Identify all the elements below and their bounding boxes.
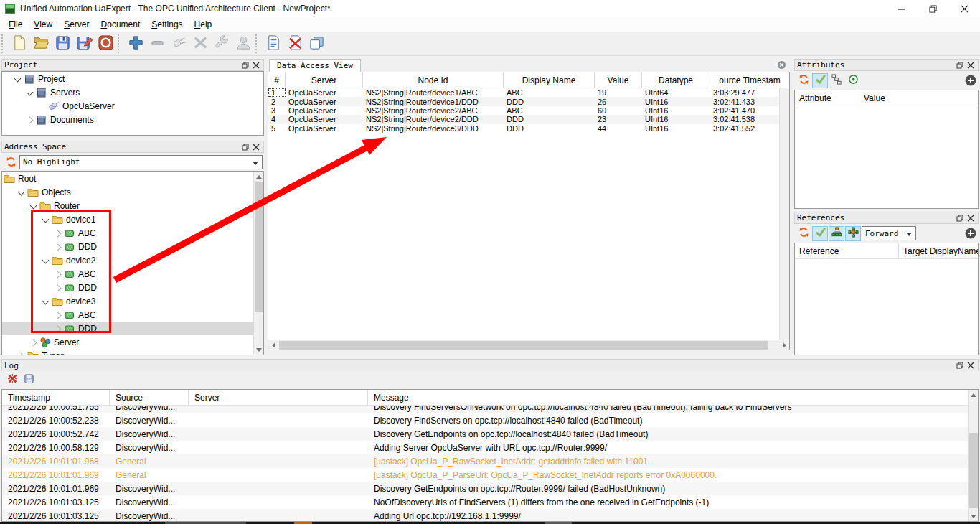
project-item-project[interactable]: Project <box>2 72 263 85</box>
scroll-left-icon[interactable] <box>268 340 278 350</box>
save-project-button[interactable] <box>52 34 73 54</box>
add-window-button[interactable] <box>306 34 327 54</box>
chevron-collapsed-icon[interactable] <box>52 282 64 294</box>
dav-column-header[interactable]: Node Id <box>363 72 504 88</box>
open-project-button[interactable] <box>30 34 52 54</box>
add-attribute-button[interactable] <box>965 228 976 239</box>
project-item-opcuaserver[interactable]: OpcUaServer <box>2 99 263 113</box>
dav-row-4[interactable]: 4OpcUaServerNS2|String|Router/device2/DD… <box>268 115 789 123</box>
dav-row-5[interactable]: 5OpcUaServerNS2|String|Router/device3/DD… <box>268 124 789 133</box>
server-properties-button[interactable] <box>211 34 232 54</box>
address-space-item-ddd[interactable]: DDD <box>2 240 254 253</box>
address-space-item-objects[interactable]: Objects <box>2 185 254 199</box>
dav-column-header[interactable]: Value <box>595 72 642 88</box>
chevron-expanded-icon[interactable] <box>40 255 52 266</box>
address-space-item-ddd[interactable]: DDD <box>2 281 254 294</box>
scroll-up-icon[interactable] <box>969 390 979 400</box>
address-space-item-router[interactable]: Router <box>2 199 254 212</box>
address-space-item-types[interactable]: Types <box>2 349 254 355</box>
add-document-button[interactable] <box>263 34 284 54</box>
dav-horizontal-scrollbar[interactable] <box>268 340 789 350</box>
chevron-expanded-icon[interactable] <box>16 187 27 198</box>
dav-column-header[interactable]: Server <box>286 72 363 88</box>
dav-row-2[interactable]: 2OpcUaServerNS2|String|Router/device1/DD… <box>268 97 789 106</box>
scroll-down-icon[interactable] <box>254 345 264 355</box>
close-panel-icon[interactable] <box>250 60 261 70</box>
close-panel-icon[interactable] <box>965 60 976 70</box>
float-panel-icon[interactable] <box>954 213 965 223</box>
scroll-down-icon[interactable] <box>969 511 979 521</box>
address-space-scrollbar[interactable] <box>253 172 263 355</box>
network-button[interactable] <box>845 226 861 241</box>
menu-file[interactable]: File <box>3 18 28 31</box>
dav-column-header[interactable]: Display Name <box>504 72 595 88</box>
close-panel-icon[interactable] <box>965 213 976 223</box>
dav-vertical-scrollbar[interactable] <box>779 88 789 340</box>
change-user-button[interactable] <box>232 34 254 54</box>
connect-server-button[interactable] <box>168 34 189 54</box>
remove-document-button[interactable] <box>284 34 306 54</box>
dav-column-header[interactable]: ource Timestam <box>710 72 789 88</box>
chevron-expanded-icon[interactable] <box>12 73 24 85</box>
close-panel-icon[interactable] <box>965 360 976 370</box>
clear-log-button[interactable] <box>4 373 20 388</box>
chevron-collapsed-icon[interactable] <box>52 228 64 239</box>
log-column-header[interactable]: Server <box>189 390 368 405</box>
scroll-thumb[interactable] <box>279 341 768 350</box>
scroll-thumb[interactable] <box>969 433 978 508</box>
address-space-item-device2[interactable]: device2 <box>2 253 254 267</box>
column-header[interactable]: Attribute <box>795 90 859 106</box>
highlight-dropdown[interactable]: No Highlight <box>19 155 263 169</box>
dav-row-1[interactable]: 1OpcUaServerNS2|String|Router/device1/AB… <box>268 88 789 97</box>
cascade-button[interactable] <box>829 73 844 88</box>
menu-server[interactable]: Server <box>58 18 95 31</box>
chevron-expanded-icon[interactable] <box>40 214 52 225</box>
direction-dropdown[interactable]: Forward <box>862 226 916 240</box>
menu-help[interactable]: Help <box>189 18 218 31</box>
menu-document[interactable]: Document <box>95 18 146 31</box>
log-row[interactable]: 2021/2/26 10:01:03.125DiscoveryWid...NoO… <box>2 495 968 509</box>
disconnect-server-button[interactable] <box>189 34 211 54</box>
chevron-collapsed-icon[interactable] <box>52 323 64 334</box>
new-document-button[interactable] <box>9 34 30 54</box>
check-button[interactable] <box>812 73 828 88</box>
scroll-up-icon[interactable] <box>254 172 264 182</box>
column-header[interactable]: Value <box>859 90 978 106</box>
dav-column-header[interactable]: Datatype <box>642 72 710 88</box>
save-project-as-button[interactable] <box>73 34 95 54</box>
column-header[interactable]: Target DisplayName <box>899 243 978 258</box>
remove-server-button[interactable] <box>146 34 168 54</box>
dav-row-3[interactable]: 3OpcUaServerNS2|String|Router/device2/AB… <box>268 106 789 115</box>
address-space-item-device3[interactable]: device3 <box>2 294 254 308</box>
float-panel-icon[interactable] <box>954 360 965 370</box>
save-log-button[interactable] <box>21 373 37 388</box>
address-space-item-abc[interactable]: ABC <box>2 267 254 281</box>
chevron-collapsed-icon[interactable] <box>28 337 39 348</box>
chevron-collapsed-icon[interactable] <box>52 268 64 280</box>
chevron-expanded-icon[interactable] <box>40 296 52 307</box>
log-row[interactable]: 2021/2/26 10:00:58.129DiscoveryWid...Add… <box>2 441 968 454</box>
chevron-expanded-icon[interactable] <box>24 87 36 98</box>
quit-button[interactable] <box>95 34 116 54</box>
float-panel-icon[interactable] <box>240 142 250 152</box>
log-row[interactable]: 2021/2/26 10:01:01.969General[uastack] O… <box>2 468 968 482</box>
add-server-button[interactable] <box>125 34 146 54</box>
tab-data-access-view[interactable]: Data Access View <box>269 59 361 72</box>
chevron-collapsed-icon[interactable] <box>52 241 64 253</box>
minimize-button[interactable] <box>885 0 917 17</box>
chevron-collapsed-icon[interactable] <box>24 114 36 126</box>
refresh-button[interactable] <box>796 73 811 88</box>
chevron-collapsed-icon[interactable] <box>16 350 27 356</box>
address-space-item-server[interactable]: Server <box>2 335 254 349</box>
close-panel-icon[interactable] <box>250 142 261 152</box>
scroll-thumb[interactable] <box>255 182 263 312</box>
check-button[interactable] <box>812 226 828 241</box>
log-row[interactable]: 2021/2/26 10:01:01.969DiscoveryWid...Dis… <box>2 482 968 495</box>
project-item-documents[interactable]: Documents <box>2 113 263 126</box>
add-attribute-button[interactable] <box>965 75 976 86</box>
orgchart-button[interactable] <box>829 226 844 241</box>
column-header[interactable]: Reference <box>795 243 899 258</box>
log-column-header[interactable]: Timestamp <box>2 390 110 405</box>
target-button[interactable] <box>845 73 861 88</box>
project-item-servers[interactable]: Servers <box>2 85 263 99</box>
